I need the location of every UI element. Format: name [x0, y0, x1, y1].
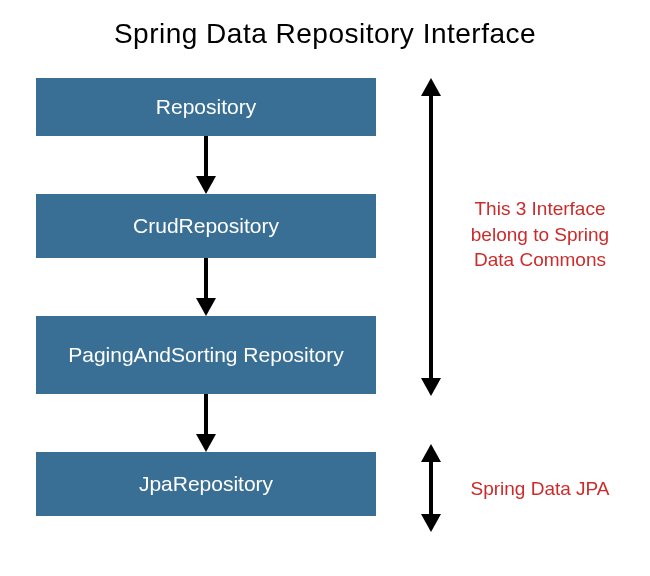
svg-marker-7 — [421, 78, 441, 96]
arrow-gap — [36, 394, 376, 452]
svg-marker-3 — [196, 298, 216, 316]
bracket-jpa — [418, 444, 444, 532]
double-arrow-icon — [418, 78, 444, 396]
bracket-commons — [418, 78, 444, 396]
box-crud-repository: CrudRepository — [36, 194, 376, 258]
annotation-text: This 3 Interface belong to Spring Data C… — [471, 198, 609, 270]
down-arrow-icon — [194, 258, 218, 316]
hierarchy-column: Repository CrudRepository PagingAndSorti… — [36, 78, 376, 516]
down-arrow-icon — [194, 136, 218, 194]
svg-marker-8 — [421, 378, 441, 396]
box-repository: Repository — [36, 78, 376, 136]
down-arrow-icon — [194, 394, 218, 452]
diagram-title: Spring Data Repository Interface — [0, 18, 650, 50]
box-label: Repository — [156, 94, 256, 120]
svg-marker-11 — [421, 514, 441, 532]
box-paging-sorting-repository: PagingAndSorting Repository — [36, 316, 376, 394]
annotation-text: Spring Data JPA — [470, 478, 609, 499]
arrow-gap — [36, 136, 376, 194]
svg-marker-5 — [196, 434, 216, 452]
box-label: JpaRepository — [139, 471, 273, 497]
svg-marker-10 — [421, 444, 441, 462]
double-arrow-icon — [418, 444, 444, 532]
box-label: CrudRepository — [133, 213, 279, 239]
annotation-commons: This 3 Interface belong to Spring Data C… — [450, 196, 630, 273]
box-label: PagingAndSorting Repository — [68, 342, 344, 368]
arrow-gap — [36, 258, 376, 316]
svg-marker-1 — [196, 176, 216, 194]
box-jpa-repository: JpaRepository — [36, 452, 376, 516]
annotation-jpa: Spring Data JPA — [450, 476, 630, 502]
